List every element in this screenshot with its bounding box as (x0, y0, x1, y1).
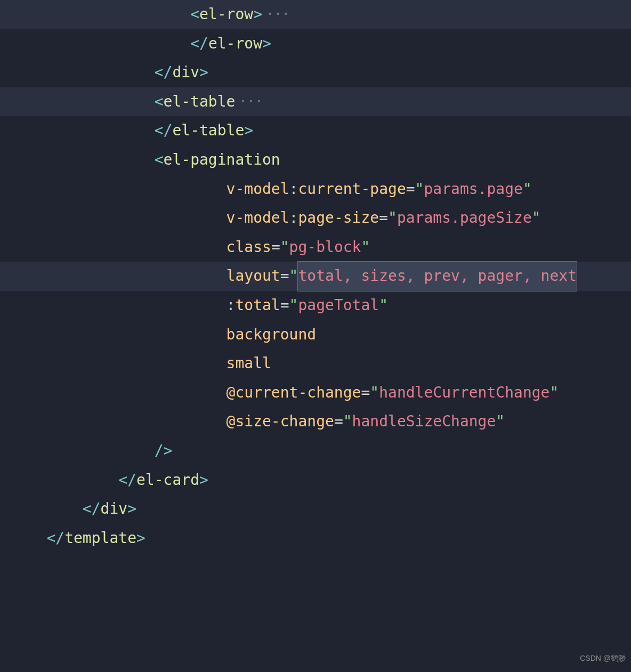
code-token: template (64, 524, 136, 553)
code-line[interactable]: background (0, 320, 631, 350)
code-token: </ (83, 495, 101, 524)
code-token: " (532, 204, 541, 233)
code-token: " (343, 407, 352, 436)
code-token: = (361, 378, 370, 408)
code-line[interactable]: v-model:page-size="params.pageSize" (0, 204, 631, 233)
code-token: layout (226, 262, 280, 291)
code-token: < (155, 145, 164, 175)
code-token: " (289, 262, 298, 291)
code-token: </ (118, 466, 136, 495)
code-token: > (244, 116, 253, 145)
code-token: </ (155, 58, 173, 87)
code-token: current-page (298, 175, 406, 204)
code-token: div (101, 495, 128, 524)
code-line[interactable]: </div> (0, 58, 631, 87)
code-token: el-pagination (164, 145, 280, 175)
code-line[interactable]: </el-row> (0, 29, 631, 59)
code-token: " (523, 175, 532, 204)
code-line[interactable]: class="pg-block" (0, 233, 631, 262)
code-token: params.page (424, 175, 522, 204)
fold-icon[interactable]: ··· (265, 0, 289, 29)
code-token: : (226, 291, 236, 320)
code-line[interactable]: </template> (0, 524, 631, 553)
code-token: = (406, 175, 415, 204)
code-token: @current-change (226, 378, 361, 408)
code-token: " (388, 204, 397, 233)
code-token: handleSizeChange (352, 407, 496, 436)
code-token: el-table (164, 87, 236, 117)
code-token: el-card (136, 466, 199, 495)
code-token: page-size (298, 204, 379, 233)
fold-icon[interactable]: ··· (238, 87, 262, 117)
code-token: " (496, 407, 505, 436)
code-token: </ (155, 116, 173, 145)
code-line[interactable]: @size-change="handleSizeChange" (0, 407, 631, 436)
code-line[interactable]: /> (0, 436, 631, 466)
code-token: " (280, 233, 289, 262)
code-line[interactable]: <el-row>··· (0, 0, 631, 29)
code-token: handleCurrentChange (379, 378, 549, 408)
code-token: > (127, 495, 136, 524)
code-token: </ (46, 524, 64, 553)
code-token: " (415, 175, 424, 204)
code-token: > (199, 466, 208, 495)
code-token: : (289, 175, 298, 204)
code-token: @size-change (226, 407, 334, 436)
watermark-text: CSDN @鹤渺 (580, 651, 626, 666)
code-token: : (289, 204, 298, 233)
code-token: total (235, 291, 280, 320)
code-token: v-model (226, 175, 289, 204)
code-line[interactable]: </el-table> (0, 116, 631, 145)
code-token: > (253, 0, 262, 29)
code-token: = (280, 262, 289, 291)
code-token: pg-block (289, 233, 361, 262)
code-token: params.pageSize (397, 204, 532, 233)
code-line[interactable]: <el-table··· (0, 87, 631, 117)
code-token: v-model (226, 204, 289, 233)
code-token: > (136, 524, 145, 553)
code-token: " (379, 291, 388, 320)
code-token: = (334, 407, 343, 436)
code-token: = (280, 291, 289, 320)
code-token: /> (155, 436, 173, 466)
code-line[interactable]: <el-pagination (0, 145, 631, 175)
code-token: el-table (172, 116, 244, 145)
code-token: pageTotal (298, 291, 379, 320)
code-line[interactable]: </el-card> (0, 466, 631, 495)
code-token: el-row (208, 29, 262, 59)
code-line[interactable]: small (0, 349, 631, 378)
code-token: total, sizes, prev, pager, next (298, 262, 577, 291)
code-token: < (155, 87, 164, 117)
code-token: < (190, 0, 199, 29)
code-line[interactable]: </div> (0, 495, 631, 524)
code-token: small (226, 349, 271, 378)
code-line[interactable]: @current-change="handleCurrentChange" (0, 378, 631, 408)
code-token: background (226, 320, 317, 350)
code-token: " (289, 291, 298, 320)
code-line[interactable]: v-model:current-page="params.page" (0, 175, 631, 204)
code-token: > (262, 29, 271, 59)
code-token: " (361, 233, 370, 262)
code-token: = (379, 204, 388, 233)
code-token: " (370, 378, 379, 408)
code-editor[interactable]: <el-row>··· </el-row> </div> <el-table··… (0, 0, 631, 672)
code-token: " (549, 378, 559, 408)
code-token: el-row (199, 0, 253, 29)
code-token: = (271, 233, 280, 262)
code-token: div (172, 58, 199, 87)
code-token: > (199, 58, 208, 87)
code-line[interactable]: layout="total, sizes, prev, pager, next (0, 262, 631, 291)
code-line[interactable]: :total="pageTotal" (0, 291, 631, 320)
code-token: </ (190, 29, 208, 59)
code-token: class (226, 233, 271, 262)
